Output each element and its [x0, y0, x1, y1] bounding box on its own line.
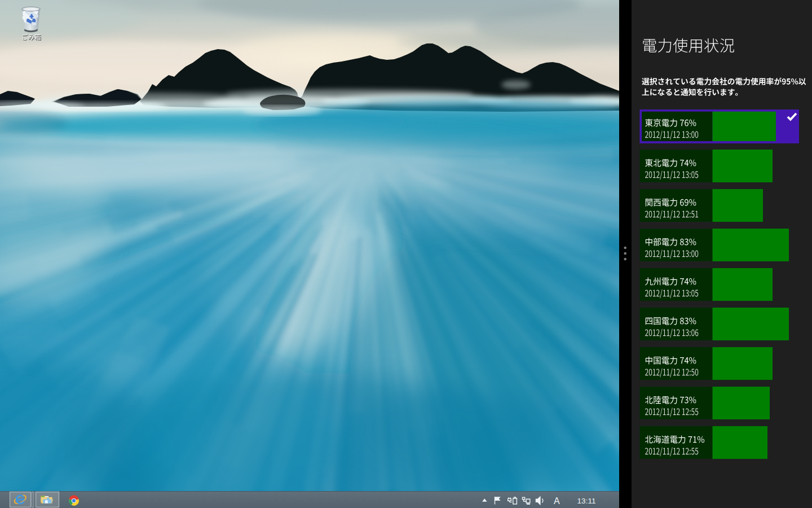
svg-text:A: A — [554, 496, 560, 506]
svg-text:13:11: 13:11 — [577, 497, 596, 505]
